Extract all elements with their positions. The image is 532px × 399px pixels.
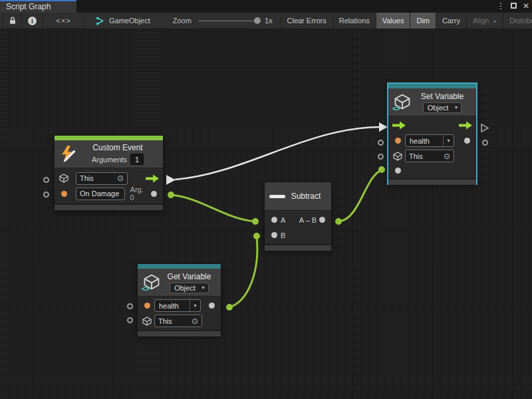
node-get-variable[interactable]: <> Get Variable Object ▼ health ▼ [137, 263, 221, 336]
titlebar: Script Graph ⋮ ✕ [0, 0, 532, 13]
info-icon: i [28, 17, 37, 25]
zoom-slider-handle[interactable] [254, 17, 261, 24]
tab-script-graph[interactable]: Script Graph [0, 0, 76, 13]
variable-scope-dropdown[interactable]: Object ▼ [170, 283, 209, 293]
values-toggle[interactable]: Values [376, 13, 411, 29]
variable-color-bar [138, 264, 221, 269]
target-row: This ⊙ [138, 313, 221, 329]
input-port-hollow[interactable] [378, 140, 384, 146]
window-maximize-icon[interactable] [511, 0, 517, 13]
input-b-row: B [265, 227, 331, 243]
dropdown-caret-icon: ▼ [190, 300, 200, 311]
lock-icon [8, 16, 17, 25]
arg-output-port[interactable] [151, 191, 157, 197]
subtract-icon [269, 195, 285, 198]
target-field[interactable]: This ⊙ [76, 172, 128, 185]
target-field[interactable]: This ⊙ [154, 315, 202, 327]
flow-output-arrow[interactable] [146, 174, 159, 183]
arguments-label: Arguments [92, 156, 127, 164]
output-port-hollow[interactable] [482, 140, 488, 146]
input-port-hollow[interactable] [127, 303, 133, 309]
node-custom-event[interactable]: Custom Event Arguments 1 This ⊙ [54, 135, 164, 211]
dropdown-caret-icon: ▼ [452, 103, 461, 112]
node-footer [388, 178, 476, 185]
target-row: This ⊙ [55, 171, 163, 186]
variable-name-dropdown[interactable]: health ▼ [405, 134, 454, 147]
custom-event-header[interactable]: Custom Event Arguments 1 [55, 140, 163, 168]
target-field[interactable]: This ⊙ [405, 150, 454, 162]
input-a-label: A [281, 216, 285, 224]
arguments-input[interactable]: 1 [130, 154, 144, 165]
code-view-button[interactable]: <×> [43, 13, 84, 29]
input-b-port[interactable] [271, 232, 277, 238]
output-label: A – B [299, 216, 317, 224]
variable-scope-dropdown[interactable]: Object ▼ [423, 102, 462, 113]
window-controls: ⋮ ✕ [497, 0, 529, 13]
carry-toggle[interactable]: Carry [436, 13, 467, 29]
value-input-port[interactable] [395, 168, 401, 174]
relations-button[interactable]: Relations [333, 13, 376, 29]
input-a-port[interactable] [271, 217, 277, 223]
clear-errors-button[interactable]: Clear Errors [281, 13, 333, 29]
lock-button[interactable] [3, 13, 22, 29]
value-output-port[interactable] [464, 138, 470, 144]
cube-icon [142, 316, 152, 327]
dropdown-caret-icon: ▼ [492, 19, 497, 24]
arg-output-label: Arg. 0 [130, 186, 148, 201]
unity-script-graph-window: Script Graph ⋮ ✕ i <×> [0, 0, 532, 399]
dropdown-caret-icon: ▼ [200, 283, 208, 293]
input-port-hollow[interactable] [43, 177, 49, 183]
code-icon: <×> [56, 17, 70, 25]
distribute-dropdown[interactable]: Distribute ▼ [503, 13, 532, 29]
value-input-row [388, 164, 476, 177]
align-dropdown[interactable]: Align ▼ [467, 13, 503, 29]
event-color-bar [55, 136, 163, 140]
variable-icon: <> [142, 273, 162, 293]
event-row: On Damage Arg. 0 [55, 186, 163, 201]
variable-name-port[interactable] [395, 138, 401, 144]
zoom-slider-track [198, 21, 259, 21]
variable-color-bar [388, 84, 476, 88]
node-set-variable[interactable]: <> Set Variable Object ▼ [388, 83, 477, 184]
graph-target[interactable]: GameObject [95, 13, 150, 29]
custom-event-icon [59, 145, 77, 163]
window-close-icon[interactable]: ✕ [523, 0, 529, 13]
input-a-row: A A – B [265, 212, 331, 227]
input-port-hollow[interactable] [43, 192, 49, 198]
dropdown-caret-icon: ▼ [443, 135, 454, 146]
output-port[interactable] [319, 217, 325, 223]
dim-toggle[interactable]: Dim [410, 13, 436, 29]
flow-input-arrow[interactable] [392, 121, 406, 130]
node-title: Get Variable [168, 272, 211, 281]
info-button[interactable]: i [22, 13, 43, 29]
zoom-value: 1x [265, 17, 273, 25]
object-picker-icon[interactable]: ⊙ [444, 152, 450, 160]
zoom-label: Zoom [173, 17, 192, 25]
object-picker-icon[interactable]: ⊙ [117, 174, 124, 182]
node-footer [265, 244, 331, 251]
variable-name-port[interactable] [144, 303, 150, 309]
input-port-hollow[interactable] [378, 154, 384, 160]
node-subtract[interactable]: Subtract A A – B B [264, 182, 332, 251]
event-target-port[interactable] [61, 191, 67, 197]
flow-output-hollow-triangle[interactable] [480, 123, 489, 133]
window-menu-icon[interactable]: ⋮ [497, 0, 505, 13]
input-port-hollow[interactable] [127, 317, 133, 323]
zoom-slider[interactable] [198, 17, 259, 24]
subtract-header[interactable]: Subtract [265, 182, 331, 211]
set-variable-header[interactable]: <> Set Variable Object ▼ [388, 88, 476, 116]
variable-name-row: health ▼ [138, 298, 221, 313]
input-b-label: B [281, 231, 285, 239]
value-output-port[interactable] [209, 303, 215, 309]
variable-icon: <> [393, 92, 413, 112]
event-name-field[interactable]: On Damage [76, 188, 125, 200]
graph-icon [95, 16, 105, 26]
variable-name-dropdown[interactable]: health ▼ [154, 299, 201, 312]
object-picker-icon[interactable]: ⊙ [192, 317, 198, 325]
get-variable-header[interactable]: <> Get Variable Object ▼ [138, 269, 221, 297]
graph-toolbar: i <×> GameObject Zoom 1x Clear Errors Re… [0, 13, 532, 29]
flow-output-arrow[interactable] [459, 121, 472, 130]
variable-name-row: health ▼ [388, 133, 476, 148]
node-title: Subtract [291, 192, 321, 201]
flow-row [388, 118, 476, 133]
